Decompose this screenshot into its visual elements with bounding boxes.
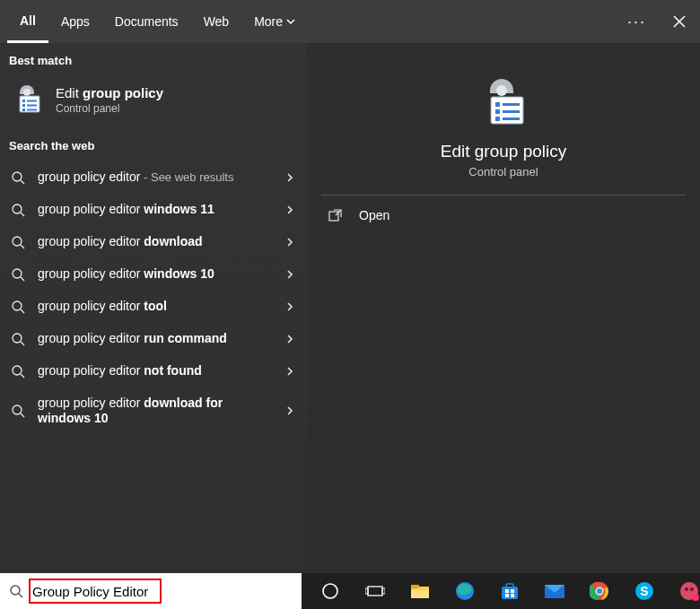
svg-point-18	[13, 334, 22, 343]
tab-label: Web	[204, 14, 230, 29]
cortana-icon[interactable]	[319, 580, 341, 602]
preview-header: Edit group policy Control panel	[321, 52, 686, 196]
microsoft-store-icon[interactable]	[499, 580, 521, 602]
search-icon	[11, 300, 25, 314]
svg-point-58	[692, 594, 699, 601]
tab-more[interactable]: More	[241, 0, 308, 43]
chevron-right-icon[interactable]	[285, 405, 294, 416]
best-match-title: Edit group policy	[56, 85, 163, 100]
search-icon	[11, 267, 25, 282]
chrome-icon[interactable]	[589, 580, 610, 602]
open-action[interactable]: Open	[307, 196, 700, 235]
svg-line-17	[21, 309, 24, 313]
suggestion-label: group policy editor download	[38, 234, 296, 250]
search-input[interactable]	[32, 579, 167, 604]
chevron-right-icon[interactable]	[285, 334, 294, 344]
web-suggestions-list: group policy editor - See web resultsgro…	[0, 161, 307, 434]
svg-point-57	[690, 587, 694, 591]
group-policy-icon	[477, 75, 530, 129]
tab-documents[interactable]: Documents	[102, 0, 191, 43]
search-icon	[9, 584, 23, 598]
best-match-result[interactable]: Edit group policy Control panel	[0, 76, 307, 128]
tab-apps[interactable]: Apps	[48, 0, 102, 43]
svg-rect-32	[329, 212, 338, 221]
suggestion-label: group policy editor not found	[38, 363, 296, 379]
taskbar-icons: S	[302, 580, 700, 602]
svg-point-22	[13, 405, 22, 414]
open-label: Open	[359, 208, 389, 222]
chevron-right-icon[interactable]	[285, 301, 294, 312]
tab-all[interactable]: All	[7, 0, 48, 43]
svg-rect-2	[22, 100, 25, 102]
web-suggestion[interactable]: group policy editor not found	[0, 355, 307, 387]
suggestion-label: group policy editor windows 10	[38, 266, 296, 283]
search-icon	[11, 404, 25, 418]
search-icon	[11, 332, 25, 346]
svg-rect-6	[22, 109, 25, 111]
svg-rect-47	[505, 594, 509, 597]
svg-rect-36	[368, 587, 382, 596]
chevron-right-icon[interactable]	[285, 172, 294, 183]
svg-rect-38	[382, 588, 385, 594]
search-icon	[11, 203, 25, 217]
tab-label: Documents	[115, 14, 179, 29]
svg-rect-45	[505, 589, 509, 593]
close-button[interactable]	[664, 15, 695, 28]
suggestion-label: group policy editor download for windows…	[38, 396, 296, 427]
svg-line-21	[21, 374, 24, 378]
svg-line-15	[21, 277, 24, 281]
web-suggestion[interactable]: group policy editor windows 11	[0, 194, 307, 226]
search-icon	[11, 364, 25, 378]
svg-rect-44	[506, 584, 513, 587]
more-options-button[interactable]: ···	[622, 13, 652, 31]
edge-icon[interactable]	[454, 580, 476, 602]
taskbar-search[interactable]	[0, 573, 302, 609]
web-suggestion[interactable]: group policy editor tool	[0, 291, 307, 323]
svg-line-23	[21, 413, 24, 417]
tab-web[interactable]: Web	[191, 0, 242, 43]
skype-icon[interactable]: S	[634, 580, 655, 602]
svg-point-12	[13, 237, 22, 246]
search-web-header: Search the web	[0, 128, 307, 161]
svg-rect-43	[502, 587, 518, 599]
file-explorer-icon[interactable]	[409, 580, 431, 602]
chevron-right-icon[interactable]	[285, 366, 294, 377]
search-icon	[11, 235, 25, 249]
chevron-right-icon[interactable]	[285, 204, 294, 215]
search-tabs: All Apps Documents Web More ···	[0, 0, 700, 43]
results-panel: Best match Edit group policy Control pan…	[0, 43, 307, 573]
best-match-subtitle: Control panel	[56, 102, 163, 115]
svg-point-8	[13, 172, 22, 181]
tab-label: More	[254, 14, 283, 29]
svg-rect-37	[365, 588, 368, 594]
svg-line-19	[21, 342, 24, 345]
svg-line-11	[21, 213, 24, 216]
chevron-right-icon[interactable]	[285, 269, 294, 280]
mail-icon[interactable]	[544, 580, 565, 602]
web-suggestion[interactable]: group policy editor windows 10	[0, 258, 307, 291]
suggestion-label: group policy editor run command	[38, 331, 296, 347]
best-match-header: Best match	[0, 43, 307, 76]
web-suggestion[interactable]: group policy editor download	[0, 226, 307, 258]
svg-text:S: S	[640, 584, 648, 598]
svg-point-24	[496, 85, 507, 96]
svg-point-16	[13, 301, 22, 310]
web-suggestion[interactable]: group policy editor download for windows…	[0, 387, 307, 434]
app-icon[interactable]	[678, 580, 700, 602]
svg-rect-30	[495, 117, 500, 121]
svg-rect-48	[511, 594, 514, 597]
suggestion-label: group policy editor tool	[38, 299, 296, 315]
svg-line-34	[19, 594, 22, 597]
open-icon	[328, 208, 343, 222]
web-suggestion[interactable]: group policy editor - See web results	[0, 161, 307, 194]
task-view-icon[interactable]	[364, 580, 386, 602]
chevron-right-icon[interactable]	[285, 237, 294, 248]
taskbar: S	[0, 573, 700, 609]
svg-line-9	[21, 180, 24, 184]
svg-rect-26	[495, 102, 500, 107]
tab-label: Apps	[61, 14, 90, 29]
svg-rect-46	[511, 589, 514, 593]
svg-point-20	[13, 366, 22, 375]
preview-title: Edit group policy	[441, 142, 566, 161]
web-suggestion[interactable]: group policy editor run command	[0, 323, 307, 355]
